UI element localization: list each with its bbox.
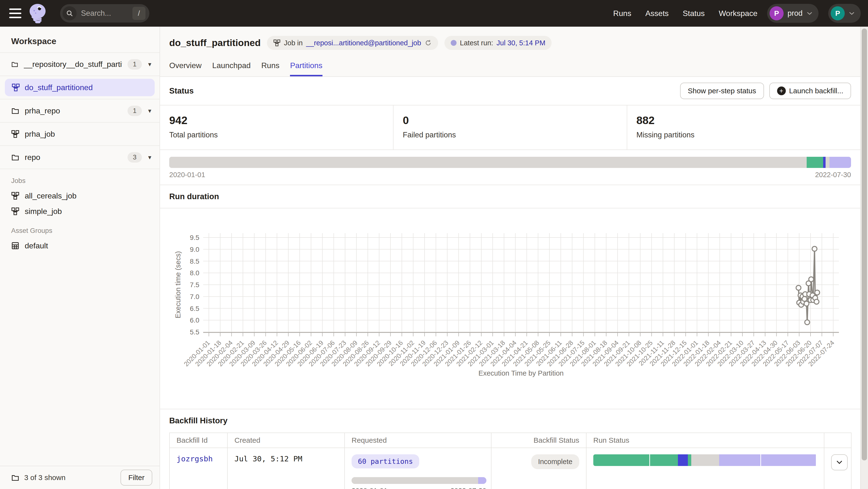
sidebar-heading: Workspace bbox=[0, 27, 159, 53]
refresh-icon[interactable] bbox=[425, 39, 432, 46]
bar-segment-bar_gray bbox=[826, 157, 830, 168]
bar-segment-indigo_bar bbox=[678, 454, 688, 466]
run-duration-header: Run duration bbox=[160, 185, 860, 208]
search-placeholder: Search... bbox=[81, 9, 111, 18]
deployment-avatar: P bbox=[770, 6, 784, 20]
expand-row-button[interactable] bbox=[831, 454, 848, 470]
bar-segment-green bbox=[593, 454, 649, 466]
y-tick-label: 9.5 bbox=[190, 234, 199, 241]
stat-total-partitions: 942 Total partitions bbox=[160, 105, 393, 150]
hamburger-menu-icon[interactable] bbox=[9, 8, 21, 18]
sidebar-item-label: prha_repo bbox=[25, 106, 60, 115]
sidebar-item-label: do_stuff_partitioned bbox=[25, 83, 93, 92]
stat-failed-partitions: 0 Failed partitions bbox=[393, 105, 626, 150]
backfill-history-header: Backfill History bbox=[160, 409, 860, 432]
search-icon bbox=[63, 6, 76, 20]
column-header-backfill-id: Backfill Id bbox=[169, 433, 227, 448]
latest-run-label: Latest run: bbox=[460, 39, 493, 47]
repository-link[interactable]: __reposi...artitioned@partitioned_job bbox=[306, 39, 421, 47]
tab-partitions[interactable]: Partitions bbox=[290, 61, 322, 76]
job-icon bbox=[12, 84, 20, 92]
scrollbar-thumb[interactable] bbox=[862, 29, 867, 460]
data-point-marker bbox=[805, 320, 810, 325]
job-icon bbox=[11, 130, 20, 138]
backfill-row: jozrgsbh Jul 30, 5:12 PM 60 partitions 2… bbox=[169, 448, 851, 489]
sidebar-asset-group-default[interactable]: default bbox=[0, 238, 159, 254]
data-point-marker bbox=[804, 301, 809, 306]
sidebar-item-repository-do-stuff[interactable]: __repository__do_stuff_partitio... 1 ▾ bbox=[0, 53, 159, 76]
asset-groups-section-label: Asset Groups bbox=[0, 219, 159, 238]
top-navigation-bar: Search... / Runs Assets Status Workspace… bbox=[0, 0, 868, 27]
nav-runs[interactable]: Runs bbox=[613, 9, 631, 18]
user-menu[interactable]: P bbox=[828, 4, 861, 23]
bar-segment-lavender bbox=[830, 157, 851, 168]
sidebar-job-all-cereals[interactable]: all_cereals_job bbox=[0, 188, 159, 203]
chevron-down-icon[interactable]: ▾ bbox=[148, 61, 151, 68]
bar-segment-bar_gray bbox=[691, 454, 719, 466]
search-input[interactable]: Search... / bbox=[60, 4, 149, 23]
stat-value: 942 bbox=[169, 114, 384, 127]
job-tabs: Overview Launchpad Runs Partitions bbox=[169, 61, 851, 76]
status-heading: Status bbox=[169, 86, 194, 95]
latest-run-link[interactable]: Jul 30, 5:14 PM bbox=[497, 39, 546, 47]
show-per-step-status-button[interactable]: Show per-step status bbox=[680, 83, 764, 99]
job-in-label: Job in bbox=[284, 39, 303, 47]
y-tick-label: 9.0 bbox=[190, 246, 199, 253]
requested-range-end: 2022-07-30 bbox=[451, 487, 486, 489]
nav-status[interactable]: Status bbox=[683, 9, 705, 18]
status-section-header: Status Show per-step status + Launch bac… bbox=[160, 77, 860, 105]
sidebar-item-prha-job[interactable]: prha_job bbox=[0, 123, 159, 146]
top-nav-links: Runs Assets Status Workspace bbox=[613, 9, 757, 18]
data-point-marker bbox=[796, 286, 801, 290]
chevron-down-icon[interactable]: ▾ bbox=[148, 154, 151, 161]
partition-status-bar[interactable] bbox=[169, 157, 851, 168]
filter-button[interactable]: Filter bbox=[121, 469, 152, 486]
chevron-down-icon bbox=[836, 460, 843, 465]
vertical-scrollbar[interactable] bbox=[860, 27, 868, 489]
requested-partitions-badge[interactable]: 60 partitions bbox=[351, 454, 419, 468]
data-point-marker bbox=[802, 297, 807, 301]
stat-label: Missing partitions bbox=[637, 131, 851, 139]
sidebar-item-label: repo bbox=[25, 153, 40, 162]
column-header-run-status: Run Status bbox=[586, 433, 824, 448]
job-location-pill: Job in __reposi...artitioned@partitioned… bbox=[267, 36, 438, 50]
search-shortcut-key: / bbox=[132, 7, 146, 20]
page-title: do_stuff_partitioned bbox=[169, 38, 261, 48]
run-duration-heading: Run duration bbox=[169, 192, 851, 201]
sidebar-job-simple-job[interactable]: simple_job bbox=[0, 203, 159, 219]
y-tick-label: 8.0 bbox=[190, 269, 199, 277]
y-tick-label: 5.5 bbox=[190, 328, 199, 336]
y-tick-label: 8.5 bbox=[190, 258, 199, 265]
chart-title: Execution Time by Partition bbox=[478, 369, 563, 377]
folder-icon bbox=[11, 60, 19, 68]
y-axis-title: Execution time (secs) bbox=[174, 251, 182, 318]
partition-status-bar-section: 2020-01-01 2022-07-30 bbox=[160, 150, 860, 185]
dagster-logo[interactable] bbox=[29, 3, 47, 23]
data-point-marker bbox=[812, 247, 817, 251]
nav-assets[interactable]: Assets bbox=[645, 9, 669, 18]
bar-segment-lavender bbox=[719, 454, 761, 466]
nav-workspace[interactable]: Workspace bbox=[719, 9, 757, 18]
bar-segment-green bbox=[807, 157, 823, 168]
job-header: do_stuff_partitioned Job in __reposi...a… bbox=[160, 27, 860, 77]
range-end-date: 2022-07-30 bbox=[815, 171, 851, 179]
tab-runs[interactable]: Runs bbox=[261, 61, 280, 76]
column-header-created: Created bbox=[227, 433, 344, 448]
tab-launchpad[interactable]: Launchpad bbox=[212, 61, 250, 76]
y-tick-label: 6.5 bbox=[190, 305, 199, 312]
deployment-switcher[interactable]: P prod bbox=[767, 4, 818, 23]
launch-backfill-button[interactable]: + Launch backfill... bbox=[769, 83, 851, 99]
deployment-label: prod bbox=[787, 9, 803, 18]
sidebar-item-repo[interactable]: repo 3 ▾ bbox=[0, 146, 159, 169]
run-status-bar[interactable] bbox=[593, 454, 817, 466]
backfill-history-heading: Backfill History bbox=[169, 416, 851, 425]
stat-missing-partitions: 882 Missing partitions bbox=[627, 105, 860, 150]
stat-label: Total partitions bbox=[169, 131, 384, 139]
tab-overview[interactable]: Overview bbox=[169, 61, 202, 76]
backfill-id-link[interactable]: jozrgsbh bbox=[177, 454, 213, 463]
sidebar-footer: 3 of 3 shown Filter bbox=[0, 466, 159, 489]
sidebar-item-prha-repo[interactable]: prha_repo 1 ▾ bbox=[0, 99, 159, 123]
chevron-down-icon[interactable]: ▾ bbox=[148, 107, 151, 115]
sidebar-item-do-stuff-partitioned[interactable]: do_stuff_partitioned bbox=[5, 79, 155, 96]
execution-time-chart[interactable]: 5.56.06.57.07.58.08.59.09.52020-01-01202… bbox=[160, 208, 860, 409]
